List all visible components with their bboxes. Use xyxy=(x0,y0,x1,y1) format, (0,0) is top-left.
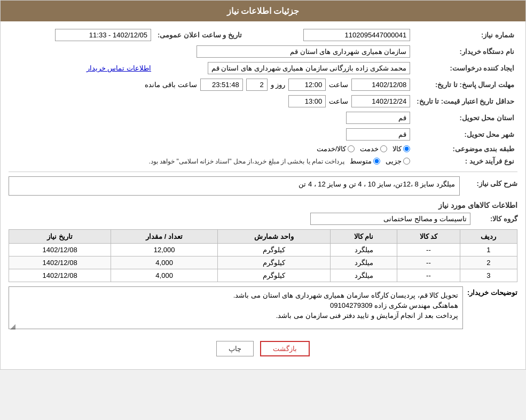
print-button[interactable]: چاپ xyxy=(216,341,254,356)
cell-date: 1402/12/08 xyxy=(9,256,111,269)
goods-section-title: اطلاعات کالاهای مورد نیاز xyxy=(9,201,517,209)
price-validity-value: 1402/12/24 ساعت 13:00 xyxy=(9,93,413,110)
need-number-label: شماره نیاز: xyxy=(413,27,517,43)
price-validity-time-box: 13:00 xyxy=(288,95,326,107)
cell-row: 1 xyxy=(460,244,517,256)
radio-partial-input[interactable] xyxy=(403,158,410,165)
remarks-lines: تحویل کالا قم، پردیسان کارگاه سازمان همی… xyxy=(13,291,458,320)
radio-goods-input[interactable] xyxy=(403,145,410,152)
cell-quantity: 4,000 xyxy=(111,269,218,282)
process-label: نوع فرآیند خرید : xyxy=(413,155,517,167)
radio-goods-service-label: کالا/خدمت xyxy=(317,145,347,153)
price-validity-date-box: 1402/12/24 xyxy=(351,95,410,107)
need-number-value: 1102095447000041 xyxy=(253,27,413,43)
goods-table: ردیف کد کالا نام کالا واحد شمارش تعداد /… xyxy=(9,229,517,282)
content-area: شماره نیاز: 1102095447000041 تاریخ و ساع… xyxy=(1,21,525,369)
cell-unit: کیلوگرم xyxy=(218,269,331,282)
radio-service: خدمت xyxy=(360,145,387,153)
remarks-line: هماهنگی مهندس شکری زاده 09104279309 xyxy=(13,301,458,309)
general-desc-label: شرح کلی نیاز: xyxy=(464,176,517,188)
info-table: شماره نیاز: 1102095447000041 تاریخ و ساع… xyxy=(9,27,517,167)
city-box: قم xyxy=(346,128,410,141)
cell-date: 1402/12/08 xyxy=(9,244,111,256)
announcement-value: 1402/12/05 - 11:33 xyxy=(9,27,154,43)
table-header-row: ردیف کد کالا نام کالا واحد شمارش تعداد /… xyxy=(9,230,517,244)
requester-link-cell: اطلاعات تماس خریدار xyxy=(9,60,154,76)
page-wrapper: جزئیات اطلاعات نیاز شماره نیاز: 11020954… xyxy=(0,0,526,370)
province-label: استان محل تحویل: xyxy=(413,110,517,126)
radio-medium-input[interactable] xyxy=(373,158,380,165)
button-row: بازگشت چاپ xyxy=(9,333,517,364)
radio-partial: جزیی xyxy=(386,157,410,165)
remarks-label: توضیحات خریدار: xyxy=(467,286,517,297)
cell-code: -- xyxy=(397,256,460,269)
buyer-org-box: سازمان همیاری شهرداری های استان قم xyxy=(197,45,410,58)
requester-label: ایجاد کننده درخواست: xyxy=(413,60,517,76)
col-row: ردیف xyxy=(460,230,517,244)
cell-quantity: 4,000 xyxy=(111,256,218,269)
group-label: گروه کالا: xyxy=(475,215,517,223)
remarks-resize-handle[interactable]: ◢ xyxy=(10,322,15,328)
divider-1 xyxy=(9,172,517,172)
cell-name: میلگرد xyxy=(331,269,397,282)
buyer-org-value: سازمان همیاری شهرداری های استان قم xyxy=(9,43,413,60)
radio-medium-label: متوسط xyxy=(350,157,372,165)
table-row: 1--میلگردکیلوگرم12,0001402/12/08 xyxy=(9,244,517,256)
cell-code: -- xyxy=(397,269,460,282)
radio-goods: کالا xyxy=(392,145,410,153)
back-button[interactable]: بازگشت xyxy=(260,341,310,356)
cell-code: -- xyxy=(397,244,460,256)
cell-unit: کیلوگرم xyxy=(218,256,331,269)
group-row: گروه کالا: تاسیسات و مصالح ساختمانی xyxy=(9,213,517,225)
category-radios: کالا خدمت کالا/خدمت xyxy=(9,143,413,155)
col-name: نام کالا xyxy=(331,230,397,244)
general-desc-box: میلگرد سایز 8 ،12تن، سایز 10 ، 4 تن و سا… xyxy=(9,176,460,196)
remarks-line: پرداخت بعد از انجام آزمایش و تایید دفتر … xyxy=(13,312,458,320)
requester-value: محمد شکری زاده بازرگانی سازمان همیاری شه… xyxy=(154,60,413,76)
response-date-box: 1402/12/08 xyxy=(351,79,410,91)
requester-box: محمد شکری زاده بازرگانی سازمان همیاری شه… xyxy=(208,62,411,74)
radio-medium: متوسط xyxy=(350,157,380,165)
need-number-box: 1102095447000041 xyxy=(303,29,410,41)
response-deadline-value: 1402/12/08 ساعت 12:00 روز و 2 23:51:48 س… xyxy=(9,76,413,93)
cell-row: 3 xyxy=(460,269,517,282)
radio-goods-service: کالا/خدمت xyxy=(317,145,355,153)
group-box: تاسیسات و مصالح ساختمانی xyxy=(310,213,470,225)
radio-goods-label: کالا xyxy=(392,145,402,153)
page-title: جزئیات اطلاعات نیاز xyxy=(227,6,300,15)
cell-name: میلگرد xyxy=(331,256,397,269)
buyer-org-label: نام دستگاه خریدار: xyxy=(413,43,517,60)
col-code: کد کالا xyxy=(397,230,460,244)
table-row: 3--میلگردکیلوگرم4,0001402/12/08 xyxy=(9,269,517,282)
general-description-row: شرح کلی نیاز: میلگرد سایز 8 ،12تن، سایز … xyxy=(9,176,517,196)
cell-date: 1402/12/08 xyxy=(9,269,111,282)
price-validity-label: حداقل تاریخ اعتبار قیمت: تا تاریخ: xyxy=(413,93,517,110)
cell-name: میلگرد xyxy=(331,244,397,256)
announcement-box: 1402/12/05 - 11:33 xyxy=(55,29,151,41)
process-value: جزیی متوسط پرداخت تمام یا بخشی از مبلغ خ… xyxy=(9,155,413,167)
response-days-box: 2 xyxy=(246,79,268,91)
city-value: قم xyxy=(9,126,413,143)
category-label: طبقه بندی موضوعی: xyxy=(413,143,517,155)
response-time-label: ساعت xyxy=(329,81,348,89)
table-row: 2--میلگردکیلوگرم4,0001402/12/08 xyxy=(9,256,517,269)
response-remaining-label: ساعت باقی مانده xyxy=(145,81,197,89)
radio-goods-service-input[interactable] xyxy=(348,145,355,152)
process-note: پرداخت تمام یا بخشی از مبلغ خرید،از محل … xyxy=(148,158,344,165)
announcement-label: تاریخ و ساعت اعلان عمومی: xyxy=(154,27,253,43)
radio-service-input[interactable] xyxy=(380,145,387,152)
cell-unit: کیلوگرم xyxy=(218,244,331,256)
cell-row: 2 xyxy=(460,256,517,269)
radio-service-label: خدمت xyxy=(360,145,379,153)
page-header: جزئیات اطلاعات نیاز xyxy=(1,1,525,21)
requester-contact-link[interactable]: اطلاعات تماس خریدار xyxy=(87,64,151,72)
col-qty: تعداد / مقدار xyxy=(111,230,218,244)
province-value: قم xyxy=(9,110,413,126)
remarks-line: تحویل کالا قم، پردیسان کارگاه سازمان همی… xyxy=(13,291,458,299)
col-unit: واحد شمارش xyxy=(218,230,331,244)
city-label: شهر محل تحویل: xyxy=(413,126,517,143)
response-days-label: روز و xyxy=(271,81,286,89)
cell-quantity: 12,000 xyxy=(111,244,218,256)
response-time-box: 12:00 xyxy=(288,79,326,91)
response-remaining-box: 23:51:48 xyxy=(200,79,243,91)
